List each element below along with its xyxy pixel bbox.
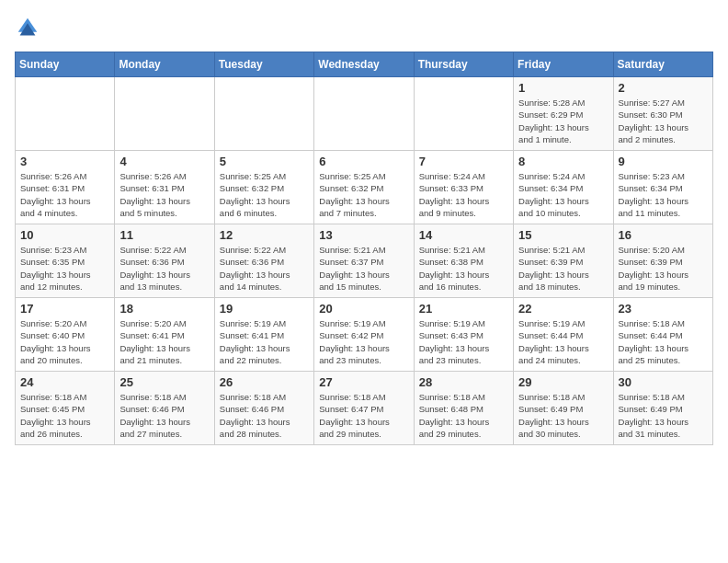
calendar-cell: 30Sunrise: 5:18 AM Sunset: 6:49 PM Dayli… — [613, 372, 712, 445]
logo — [15, 15, 44, 40]
day-info: Sunrise: 5:21 AM Sunset: 6:39 PM Dayligh… — [518, 244, 608, 293]
day-info: Sunrise: 5:20 AM Sunset: 6:40 PM Dayligh… — [20, 317, 109, 366]
day-number: 12 — [220, 228, 309, 242]
calendar-cell: 29Sunrise: 5:18 AM Sunset: 6:49 PM Dayli… — [514, 372, 613, 445]
day-number: 27 — [319, 375, 408, 389]
day-number: 20 — [319, 302, 408, 316]
day-info: Sunrise: 5:25 AM Sunset: 6:32 PM Dayligh… — [319, 170, 408, 219]
calendar-cell: 23Sunrise: 5:18 AM Sunset: 6:44 PM Dayli… — [613, 298, 712, 372]
week-row-4: 24Sunrise: 5:18 AM Sunset: 6:45 PM Dayli… — [16, 372, 713, 445]
logo-icon — [15, 15, 40, 40]
day-number: 2 — [619, 81, 708, 95]
calendar-cell: 1Sunrise: 5:28 AM Sunset: 6:29 PM Daylig… — [514, 77, 613, 151]
day-info: Sunrise: 5:27 AM Sunset: 6:30 PM Dayligh… — [619, 97, 708, 145]
weekday-header-friday: Friday — [514, 52, 613, 77]
calendar-cell: 21Sunrise: 5:19 AM Sunset: 6:43 PM Dayli… — [414, 298, 513, 372]
calendar-cell: 27Sunrise: 5:18 AM Sunset: 6:47 PM Dayli… — [314, 372, 414, 445]
calendar-cell: 8Sunrise: 5:24 AM Sunset: 6:34 PM Daylig… — [514, 151, 613, 224]
day-info: Sunrise: 5:18 AM Sunset: 6:47 PM Dayligh… — [319, 391, 408, 440]
day-info: Sunrise: 5:20 AM Sunset: 6:41 PM Dayligh… — [119, 317, 209, 366]
calendar-cell: 19Sunrise: 5:19 AM Sunset: 6:41 PM Dayli… — [214, 298, 313, 372]
day-info: Sunrise: 5:21 AM Sunset: 6:38 PM Dayligh… — [419, 244, 508, 293]
day-number: 29 — [518, 375, 608, 389]
day-number: 4 — [119, 155, 209, 168]
day-info: Sunrise: 5:23 AM Sunset: 6:35 PM Dayligh… — [20, 244, 109, 293]
day-number: 15 — [518, 228, 608, 242]
day-info: Sunrise: 5:18 AM Sunset: 6:46 PM Dayligh… — [119, 391, 209, 440]
calendar-cell: 14Sunrise: 5:21 AM Sunset: 6:38 PM Dayli… — [414, 224, 513, 298]
day-info: Sunrise: 5:24 AM Sunset: 6:34 PM Dayligh… — [518, 170, 608, 219]
calendar-cell: 4Sunrise: 5:26 AM Sunset: 6:31 PM Daylig… — [115, 151, 214, 224]
day-number: 8 — [518, 155, 608, 168]
calendar-table: SundayMondayTuesdayWednesdayThursdayFrid… — [15, 52, 713, 445]
calendar-cell: 12Sunrise: 5:22 AM Sunset: 6:36 PM Dayli… — [214, 224, 313, 298]
day-info: Sunrise: 5:24 AM Sunset: 6:33 PM Dayligh… — [419, 170, 508, 219]
day-number: 22 — [518, 302, 608, 316]
day-number: 16 — [619, 228, 708, 242]
day-number: 30 — [619, 375, 708, 389]
day-number: 26 — [220, 375, 309, 389]
day-number: 11 — [119, 228, 209, 242]
calendar-cell: 26Sunrise: 5:18 AM Sunset: 6:46 PM Dayli… — [214, 372, 313, 445]
weekday-header-monday: Monday — [115, 52, 214, 77]
calendar-cell: 17Sunrise: 5:20 AM Sunset: 6:40 PM Dayli… — [16, 298, 115, 372]
calendar-cell: 16Sunrise: 5:20 AM Sunset: 6:39 PM Dayli… — [613, 224, 712, 298]
calendar-cell: 7Sunrise: 5:24 AM Sunset: 6:33 PM Daylig… — [414, 151, 513, 224]
calendar-cell: 13Sunrise: 5:21 AM Sunset: 6:37 PM Dayli… — [314, 224, 414, 298]
day-info: Sunrise: 5:21 AM Sunset: 6:37 PM Dayligh… — [319, 244, 408, 293]
calendar-cell — [314, 77, 414, 151]
day-info: Sunrise: 5:18 AM Sunset: 6:45 PM Dayligh… — [20, 391, 109, 440]
week-row-1: 3Sunrise: 5:26 AM Sunset: 6:31 PM Daylig… — [16, 151, 713, 224]
day-info: Sunrise: 5:28 AM Sunset: 6:29 PM Dayligh… — [518, 97, 608, 145]
calendar-cell: 18Sunrise: 5:20 AM Sunset: 6:41 PM Dayli… — [115, 298, 214, 372]
calendar-cell: 2Sunrise: 5:27 AM Sunset: 6:30 PM Daylig… — [613, 77, 712, 151]
calendar-cell: 10Sunrise: 5:23 AM Sunset: 6:35 PM Dayli… — [16, 224, 115, 298]
day-info: Sunrise: 5:18 AM Sunset: 6:49 PM Dayligh… — [518, 391, 608, 440]
day-info: Sunrise: 5:25 AM Sunset: 6:32 PM Dayligh… — [220, 170, 309, 219]
day-number: 28 — [419, 375, 508, 389]
day-info: Sunrise: 5:26 AM Sunset: 6:31 PM Dayligh… — [20, 170, 109, 219]
day-number: 6 — [319, 155, 408, 168]
calendar-cell: 28Sunrise: 5:18 AM Sunset: 6:48 PM Dayli… — [414, 372, 513, 445]
day-number: 24 — [20, 375, 109, 389]
day-number: 9 — [619, 155, 708, 168]
week-row-3: 17Sunrise: 5:20 AM Sunset: 6:40 PM Dayli… — [16, 298, 713, 372]
calendar-cell — [115, 77, 214, 151]
day-info: Sunrise: 5:26 AM Sunset: 6:31 PM Dayligh… — [119, 170, 209, 219]
calendar-cell: 6Sunrise: 5:25 AM Sunset: 6:32 PM Daylig… — [314, 151, 414, 224]
weekday-header-row: SundayMondayTuesdayWednesdayThursdayFrid… — [16, 52, 713, 77]
calendar-cell: 24Sunrise: 5:18 AM Sunset: 6:45 PM Dayli… — [16, 372, 115, 445]
calendar-cell — [16, 77, 115, 151]
day-info: Sunrise: 5:19 AM Sunset: 6:42 PM Dayligh… — [319, 317, 408, 366]
day-number: 18 — [119, 302, 209, 316]
calendar-cell: 9Sunrise: 5:23 AM Sunset: 6:34 PM Daylig… — [613, 151, 712, 224]
day-info: Sunrise: 5:18 AM Sunset: 6:44 PM Dayligh… — [619, 317, 708, 366]
calendar-cell: 3Sunrise: 5:26 AM Sunset: 6:31 PM Daylig… — [16, 151, 115, 224]
day-info: Sunrise: 5:19 AM Sunset: 6:43 PM Dayligh… — [419, 317, 508, 366]
calendar-cell: 25Sunrise: 5:18 AM Sunset: 6:46 PM Dayli… — [115, 372, 214, 445]
day-number: 17 — [20, 302, 109, 316]
calendar-cell: 5Sunrise: 5:25 AM Sunset: 6:32 PM Daylig… — [214, 151, 313, 224]
weekday-header-tuesday: Tuesday — [214, 52, 313, 77]
day-info: Sunrise: 5:19 AM Sunset: 6:44 PM Dayligh… — [518, 317, 608, 366]
calendar-cell: 20Sunrise: 5:19 AM Sunset: 6:42 PM Dayli… — [314, 298, 414, 372]
weekday-header-wednesday: Wednesday — [314, 52, 414, 77]
day-number: 3 — [20, 155, 109, 168]
day-info: Sunrise: 5:22 AM Sunset: 6:36 PM Dayligh… — [119, 244, 209, 293]
day-number: 19 — [220, 302, 309, 316]
day-number: 7 — [419, 155, 508, 168]
day-info: Sunrise: 5:18 AM Sunset: 6:46 PM Dayligh… — [220, 391, 309, 440]
week-row-0: 1Sunrise: 5:28 AM Sunset: 6:29 PM Daylig… — [16, 77, 713, 151]
calendar-cell: 15Sunrise: 5:21 AM Sunset: 6:39 PM Dayli… — [514, 224, 613, 298]
day-info: Sunrise: 5:20 AM Sunset: 6:39 PM Dayligh… — [619, 244, 708, 293]
calendar-cell: 22Sunrise: 5:19 AM Sunset: 6:44 PM Dayli… — [514, 298, 613, 372]
day-number: 5 — [220, 155, 309, 168]
day-number: 13 — [319, 228, 408, 242]
day-info: Sunrise: 5:22 AM Sunset: 6:36 PM Dayligh… — [220, 244, 309, 293]
weekday-header-saturday: Saturday — [613, 52, 712, 77]
calendar-cell: 11Sunrise: 5:22 AM Sunset: 6:36 PM Dayli… — [115, 224, 214, 298]
page-header — [15, 15, 713, 40]
weekday-header-sunday: Sunday — [16, 52, 115, 77]
week-row-2: 10Sunrise: 5:23 AM Sunset: 6:35 PM Dayli… — [16, 224, 713, 298]
day-number: 23 — [619, 302, 708, 316]
